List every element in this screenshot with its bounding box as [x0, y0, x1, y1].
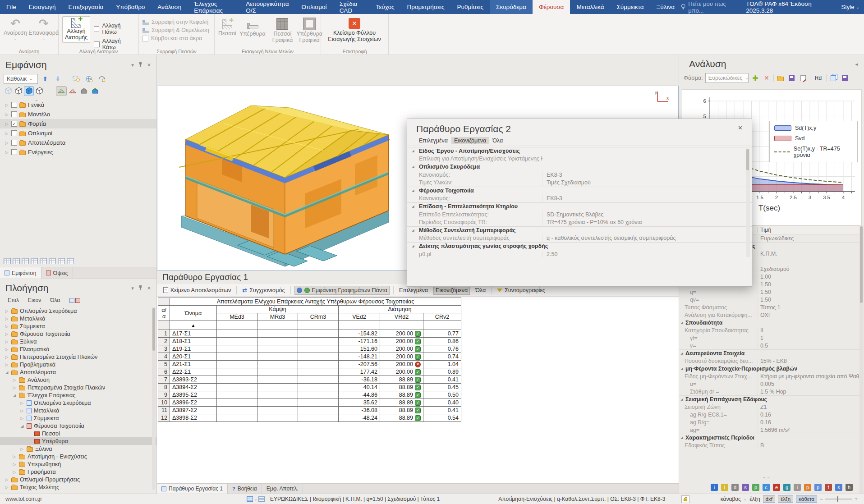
filter-all-tab[interactable]: Όλα [473, 286, 487, 294]
table-down-icon[interactable] [49, 258, 56, 264]
cell-VEd2[interactable]: -48.24 [339, 414, 380, 422]
open-folder-icon[interactable] [776, 74, 785, 82]
table-row[interactable]: 11Δ3897-Σ2-36.0888.89✓0.41 [158, 407, 461, 414]
expander-icon[interactable]: ▷ [5, 112, 9, 117]
cell-CRv2[interactable]: 0.40 [423, 399, 461, 407]
col-name[interactable]: Όνομα [170, 306, 217, 321]
cell-MEd3[interactable] [217, 338, 257, 345]
cell-MRd3[interactable] [257, 407, 298, 414]
cell-name[interactable]: Δ21-Σ1 [170, 361, 217, 368]
expander-icon[interactable]: ▷ [5, 332, 9, 336]
expander-icon[interactable]: ◢ [5, 370, 9, 375]
tab-selected[interactable]: Επιλ [4, 296, 23, 305]
nav-tree-item[interactable]: ◢Έλεγχοι Επάρκειας [0, 391, 156, 399]
lock-icon[interactable] [681, 495, 689, 503]
tab-all[interactable]: Όλα [490, 137, 506, 144]
cell-CRv2[interactable]: 0.41 [423, 407, 461, 414]
chevron-down-icon[interactable]: ▾ [131, 62, 134, 68]
menu-item-Υπόβαθρο[interactable]: Υπόβαθρο [110, 0, 151, 14]
cell-MRd3[interactable] [257, 376, 298, 384]
cell-MEd3[interactable] [217, 376, 257, 384]
stitch-head-button[interactable]: Συρραφή στην Κεφαλή [142, 19, 209, 25]
nav-tree-item[interactable]: ▷Οπλισμένο Σκυρόδεμα [0, 307, 156, 315]
cell-VEd2[interactable]: -154.82 [339, 330, 380, 338]
property-value[interactable]: 1.5696 m/s² [757, 427, 859, 433]
expander-icon[interactable]: ▷ [5, 103, 9, 107]
nav-tree-item[interactable]: ▷Ξύλινα [0, 338, 156, 345]
layers-icon[interactable]: l [721, 484, 728, 491]
property-value[interactable]: 15% - ΕΚ8 [757, 358, 859, 364]
table-row[interactable]: 2Δ18-Σ1-171.16200.00✓0.86 [158, 338, 461, 345]
window-blue-icon[interactable] [69, 298, 74, 303]
cell-MEd3[interactable] [217, 407, 257, 414]
view-mode-dropdown[interactable]: Καθολικ⌄ [4, 74, 38, 84]
rotate-icon[interactable] [97, 74, 107, 84]
navigation-scrollbar[interactable] [152, 307, 156, 490]
expander-icon[interactable]: ▷ [20, 447, 24, 451]
nav-tree-item[interactable]: ▷Πεπερασμένα Στοιχεία Πλακών [0, 353, 156, 361]
checkbox-icon[interactable] [11, 111, 17, 117]
menu-item-Έλεγχος Επάρκειας[interactable]: Έλεγχος Επάρκειας [188, 0, 239, 14]
tab-views[interactable]: Όψεις [41, 267, 73, 279]
cell-CRv2[interactable]: 0.77 [423, 330, 461, 338]
table-row[interactable]: 1Δ17-Σ1-154.82200.00✓0.77 [158, 330, 461, 338]
property-value[interactable]: B [757, 442, 859, 449]
expander-icon[interactable]: ▷ [5, 150, 9, 155]
expander-icon[interactable]: ▷ [5, 141, 9, 145]
nav-tree-item[interactable]: ▷Μεταλλικά [0, 315, 156, 322]
section-expander-icon[interactable]: ◢ [407, 165, 419, 169]
edit-icon[interactable] [799, 74, 808, 82]
cell-MRd3[interactable] [257, 345, 298, 353]
table-row[interactable]: 10Δ3896-Σ235.6288.89✓0.40 [158, 399, 461, 407]
cell-VEd2[interactable]: 177.42 [339, 368, 380, 376]
print-icon[interactable]: p [752, 484, 759, 491]
property-value[interactable]: Τύπος 1 [757, 304, 859, 311]
checkbox-icon[interactable] [11, 130, 17, 136]
cell-CRm3[interactable] [298, 330, 339, 338]
section-expander-icon[interactable]: ◢ [679, 398, 685, 401]
menu-item-Μεταλλικά[interactable]: Μεταλλικά [570, 0, 610, 14]
menu-item-Εισαγωγή[interactable]: Εισαγωγή [23, 0, 62, 14]
cell-CRm3[interactable] [298, 384, 339, 391]
cell-CRm3[interactable] [298, 376, 339, 384]
down-arrow-icon[interactable]: ⬇ [52, 74, 63, 84]
display-tree-item[interactable]: ▷Αποτελέσματα [0, 138, 156, 147]
truss-red-icon[interactable] [68, 87, 78, 96]
cell-MRd3[interactable] [257, 391, 298, 399]
cell-VEd2[interactable]: -207.56 [339, 361, 380, 368]
menu-item-Λειτουργικότητα Ο/Σ[interactable]: Λειτουργικότητα Ο/Σ [239, 0, 295, 14]
nav-tree-item[interactable]: ▷Προβληματικά [0, 361, 156, 368]
property-value[interactable]: 1.5 % Hop [757, 389, 859, 395]
delete-icon[interactable]: ✕ [762, 74, 771, 82]
tab-all[interactable]: Όλα [46, 296, 64, 305]
cell-CRv2[interactable]: 0.54 [423, 414, 461, 422]
display-tree-item[interactable]: ▷Οπλισμοί [0, 128, 156, 138]
nav-tree-item[interactable]: ▷Τεύχος Μελέτης [0, 483, 156, 491]
section-expander-icon[interactable]: ◢ [407, 229, 419, 232]
cell-name[interactable]: Δ3897-Σ2 [170, 407, 217, 414]
expander-icon[interactable]: ▷ [5, 485, 9, 490]
cell-VRd2[interactable]: 200.00✕ [380, 361, 423, 368]
cell-CRv2[interactable]: 0.50 [423, 391, 461, 399]
table-row[interactable]: 8Δ3894-Σ240.1488.89✓0.45 [158, 384, 461, 391]
edit-icon[interactable]: e [773, 484, 780, 491]
expander-icon[interactable]: ▷ [5, 309, 9, 313]
save-icon[interactable]: s [742, 484, 749, 491]
expander-icon[interactable]: ▷ [5, 477, 9, 482]
display-tree-item[interactable]: ▷Γενικά [0, 100, 156, 110]
palette-icon[interactable]: p [804, 484, 811, 491]
property-value[interactable]: Τιμές Σχεδιασμού [542, 179, 752, 186]
display-tree-item[interactable]: ▷Μοντέλο [0, 110, 156, 119]
property-value[interactable]: Κτήρια με μη-φέροντα στοιχεία από Ψαθυ..… [757, 373, 859, 380]
expander-icon[interactable]: ▷ [5, 131, 9, 136]
expander-icon[interactable]: ▷ [5, 122, 9, 126]
nav-tree-item[interactable]: ▷Γραφήματα [0, 468, 156, 476]
menu-item-Οπλισμοί[interactable]: Οπλισμοί [295, 0, 333, 14]
cell-CRv2[interactable]: 0.41 [423, 376, 461, 384]
spectrum-dropdown[interactable]: Ευρωκώδικες⌄ [705, 73, 749, 83]
table-edit-icon[interactable] [13, 258, 20, 264]
cell-CRm3[interactable] [298, 345, 339, 353]
cell-name[interactable]: Δ3898-Σ2 [170, 414, 217, 422]
cell-CRm3[interactable] [298, 353, 339, 361]
expander-icon[interactable]: ▷ [5, 347, 9, 352]
